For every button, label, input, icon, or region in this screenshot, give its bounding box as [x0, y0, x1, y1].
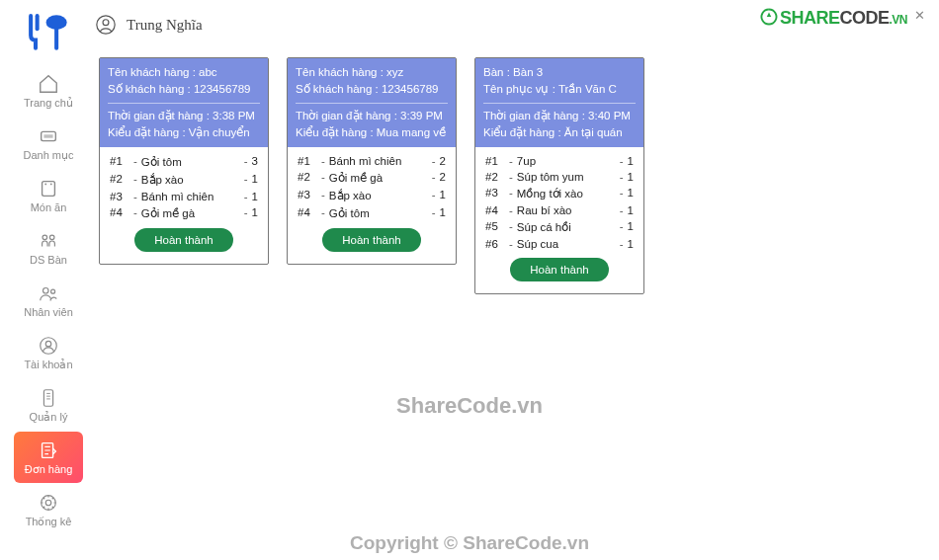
sidebar-item-stats[interactable]: Thống kê [14, 484, 83, 535]
svg-rect-2 [43, 182, 55, 197]
user-name: Trung Nghĩa [127, 17, 203, 34]
order-item-row: #3-Mồng tới xào-1 [485, 187, 634, 200]
complete-button[interactable]: Hoàn thành [322, 228, 420, 252]
svg-point-10 [45, 341, 51, 347]
svg-point-7 [43, 288, 49, 294]
order-item-row: #3-Bắp xào-1 [298, 189, 446, 202]
complete-button[interactable]: Hoàn thành [134, 228, 232, 252]
svg-point-15 [97, 16, 115, 34]
sidebar-item-label: Món ăn [31, 201, 67, 213]
order-card: Bàn : Bàn 3Tên phục vụ : Trần Văn CThời … [474, 57, 644, 294]
sidebar-item-label: Thống kê [26, 516, 72, 528]
order-item-row: #4-Gỏi mề gà-1 [110, 206, 258, 220]
sidebar-item-label: Nhân viên [24, 306, 73, 318]
order-card: Tên khách hàng : xyzSố khách hàng : 1234… [287, 57, 457, 265]
close-icon[interactable]: ✕ [914, 8, 925, 23]
sidebar-item-account[interactable]: Tài khoản [14, 327, 83, 378]
sidebar-item-label: Quản lý [30, 411, 68, 424]
order-item-row: #4-Gỏi tôm-1 [298, 206, 446, 220]
svg-point-4 [50, 184, 52, 186]
header: Trung Nghĩa [95, 14, 203, 36]
svg-point-13 [42, 495, 56, 510]
svg-point-8 [51, 289, 55, 293]
sidebar-item-categories[interactable]: Danh mục [14, 118, 83, 169]
sidebar-item-tables[interactable]: DS Bàn [14, 222, 83, 274]
sidebar-item-home[interactable]: Trang chủ [14, 65, 83, 117]
sidebar-item-orders[interactable]: Đơn hàng [14, 432, 83, 483]
complete-button[interactable]: Hoàn thành [510, 258, 608, 281]
sidebar-item-staff[interactable]: Nhân viên [14, 275, 83, 326]
orders-content: Tên khách hàng : abcSố khách hàng : 1234… [99, 57, 929, 550]
order-item-row: #3-Bánh mì chiên-1 [110, 191, 258, 202]
watermark-brand: SHARECODE.VN [760, 8, 907, 29]
order-card: Tên khách hàng : abcSố khách hàng : 1234… [99, 57, 269, 265]
sidebar-item-label: Đơn hàng [25, 463, 73, 476]
app-logo-icon [19, 8, 78, 59]
order-card-header: Tên khách hàng : xyzSố khách hàng : 1234… [288, 58, 456, 147]
order-item-row: #1-Bánh mì chiên-2 [298, 155, 446, 167]
order-item-row: #2-Súp tôm yum-1 [485, 171, 634, 183]
sidebar-item-management[interactable]: Quản lý [14, 379, 83, 431]
order-item-row: #1-Gỏi tôm-3 [110, 155, 258, 169]
order-item-row: #6-Súp cua-1 [485, 238, 634, 250]
order-item-row: #2-Bắp xào-1 [110, 173, 258, 187]
order-card-header: Bàn : Bàn 3Tên phục vụ : Trần Văn CThời … [475, 58, 643, 147]
order-card-body: #1-7up-1#2-Súp tôm yum-1#3-Mồng tới xào-… [475, 147, 643, 293]
svg-point-5 [43, 235, 47, 240]
svg-point-14 [45, 500, 51, 506]
sidebar-item-label: Tài khoản [24, 359, 72, 371]
svg-point-3 [44, 184, 46, 186]
sidebar-item-label: DS Bàn [30, 254, 67, 266]
order-item-row: #5-Súp cá hồi-1 [485, 220, 634, 234]
svg-rect-11 [43, 389, 52, 406]
svg-point-16 [103, 20, 109, 26]
order-card-body: #1-Gỏi tôm-3#2-Bắp xào-1#3-Bánh mì chiên… [100, 147, 268, 264]
order-item-row: #1-7up-1 [485, 155, 634, 167]
sidebar-item-label: Danh mục [23, 149, 73, 162]
order-item-row: #2-Gỏi mề gà-2 [298, 171, 446, 185]
svg-point-6 [49, 235, 54, 240]
sidebar: Trang chủ Danh mục Món ăn DS Bàn Nhân vi… [8, 8, 89, 540]
order-card-body: #1-Bánh mì chiên-2#2-Gỏi mề gà-2#3-Bắp x… [288, 147, 456, 264]
order-card-header: Tên khách hàng : abcSố khách hàng : 1234… [100, 58, 268, 147]
order-item-row: #4-Rau bí xào-1 [485, 204, 634, 216]
sidebar-item-dishes[interactable]: Món ăn [14, 170, 83, 221]
sidebar-item-label: Trang chủ [24, 97, 73, 110]
user-icon [95, 14, 117, 36]
svg-rect-1 [42, 131, 56, 140]
